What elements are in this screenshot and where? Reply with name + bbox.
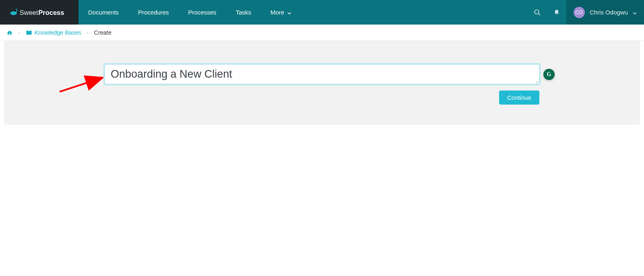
breadcrumb-home[interactable] bbox=[6, 30, 13, 35]
user-menu[interactable]: CO Chris Odogwu bbox=[566, 0, 644, 25]
avatar: CO bbox=[574, 7, 585, 18]
main-nav: Documents Procedures Processes Tasks Mor… bbox=[78, 0, 301, 25]
nav-tasks[interactable]: Tasks bbox=[226, 0, 261, 25]
svg-point-0 bbox=[10, 11, 17, 15]
avatar-initials: CO bbox=[575, 10, 583, 15]
svg-line-2 bbox=[538, 13, 540, 15]
user-display-name: Chris Odogwu bbox=[590, 9, 628, 16]
breadcrumb-knowledge-bases[interactable]: Knowledge Bases bbox=[26, 29, 81, 36]
breadcrumb-separator: › bbox=[19, 30, 20, 35]
breadcrumb-separator: › bbox=[87, 30, 89, 35]
nav-label: Tasks bbox=[236, 9, 251, 16]
form-actions: Continue bbox=[105, 91, 539, 105]
nav-label: More bbox=[270, 9, 284, 16]
notifications-button[interactable] bbox=[547, 0, 566, 25]
nav-label: Procedures bbox=[138, 9, 169, 16]
title-input[interactable] bbox=[105, 64, 539, 84]
book-icon bbox=[26, 30, 32, 35]
nav-label: Processes bbox=[188, 9, 217, 16]
brand-name-bold: Process bbox=[38, 8, 64, 16]
page-body: G Continue bbox=[4, 41, 640, 125]
annotation-arrow-icon bbox=[56, 75, 109, 95]
grammarly-letter: G bbox=[547, 71, 551, 78]
nav-label: Documents bbox=[88, 9, 119, 16]
nav-documents[interactable]: Documents bbox=[78, 0, 128, 25]
chevron-down-icon bbox=[287, 9, 291, 16]
chevron-down-icon bbox=[633, 9, 637, 16]
brand-name-light: Sweet bbox=[20, 8, 38, 16]
breadcrumb-current: Create bbox=[94, 29, 111, 36]
brand-logo[interactable]: Sweet Process bbox=[0, 0, 78, 25]
svg-point-1 bbox=[535, 10, 539, 14]
home-icon bbox=[6, 30, 13, 35]
nav-procedures[interactable]: Procedures bbox=[128, 0, 179, 25]
title-input-wrap: G bbox=[105, 64, 539, 84]
svg-line-3 bbox=[60, 78, 101, 92]
breadcrumb: › Knowledge Bases › Create bbox=[0, 25, 644, 41]
nav-more[interactable]: More bbox=[261, 0, 301, 25]
grammarly-badge[interactable]: G bbox=[543, 69, 555, 80]
create-form: G Continue bbox=[105, 64, 539, 105]
bell-icon bbox=[553, 9, 560, 16]
nav-processes[interactable]: Processes bbox=[179, 0, 226, 25]
search-button[interactable] bbox=[528, 0, 547, 25]
breadcrumb-label: Knowledge Bases bbox=[35, 29, 81, 36]
top-navbar: Sweet Process Documents Procedures Proce… bbox=[0, 0, 644, 25]
search-icon bbox=[534, 9, 541, 16]
continue-button[interactable]: Continue bbox=[499, 91, 539, 105]
